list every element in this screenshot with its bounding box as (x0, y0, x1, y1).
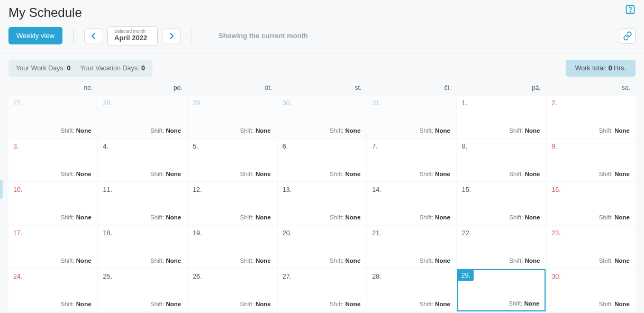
day-number: 27. (283, 273, 292, 280)
calendar-cell[interactable]: 12.Shift: None (188, 182, 277, 225)
day-number: 22. (462, 229, 471, 237)
day-number: 3. (13, 143, 19, 150)
chevron-left-icon (91, 33, 96, 39)
calendar-cell[interactable]: 28.Shift: None (98, 96, 187, 138)
day-number: 23. (551, 229, 560, 237)
shift-text: Shift: None (420, 257, 450, 264)
calendar-cell[interactable]: 10.Shift: None (8, 182, 97, 225)
side-drag-handle[interactable] (0, 180, 3, 199)
shift-text: Shift: None (599, 127, 630, 134)
calendar-cell[interactable]: 21.Shift: None (367, 226, 456, 268)
calendar-cell[interactable]: 15.Shift: None (457, 182, 546, 225)
calendar-cell[interactable]: 31.Shift: None (367, 96, 456, 138)
day-header: so. (546, 83, 636, 95)
day-number: 29. (193, 99, 202, 107)
day-number: 28. (103, 99, 112, 107)
shift-text: Shift: None (60, 214, 91, 220)
day-header: ne. (8, 83, 98, 95)
calendar-cell[interactable]: 1.Shift: None (457, 96, 546, 138)
day-number: 30. (283, 99, 292, 107)
calendar-cell[interactable]: 8.Shift: None (457, 139, 546, 181)
work-total-label: Work total: (575, 65, 607, 72)
chevron-right-icon (169, 33, 174, 39)
shift-text: Shift: None (240, 257, 271, 264)
calendar-cell[interactable]: 28.Shift: None (367, 269, 456, 311)
calendar-cell[interactable]: 7.Shift: None (367, 139, 456, 181)
calendar-cell[interactable]: 3.Shift: None (8, 139, 97, 181)
day-number: 21. (372, 229, 381, 237)
selected-month-value: April 2022 (114, 34, 150, 42)
calendar-cell[interactable]: 29.Shift: None (457, 269, 546, 311)
next-month-button[interactable] (162, 29, 181, 43)
day-number: 6. (283, 143, 288, 150)
calendar-cell[interactable]: 4.Shift: None (98, 139, 187, 181)
selected-month-box[interactable]: Selected month April 2022 (107, 26, 158, 45)
calendar-cell[interactable]: 24.Shift: None (8, 269, 97, 311)
svg-point-1 (630, 12, 630, 12)
day-number: 20. (283, 229, 292, 237)
calendar-cell[interactable]: 26.Shift: None (188, 269, 277, 311)
shift-text: Shift: None (509, 171, 540, 177)
showing-month-text: Showing the current month (219, 32, 308, 40)
day-number: 13. (283, 186, 292, 194)
calendar-cell[interactable]: 11.Shift: None (98, 182, 187, 225)
selected-month-label: Selected month (114, 29, 150, 34)
day-number: 15. (462, 186, 471, 194)
calendar-cell[interactable]: 19.Shift: None (188, 226, 277, 268)
shift-text: Shift: None (240, 214, 271, 220)
calendar-cell[interactable]: 13.Shift: None (278, 182, 367, 225)
shift-text: Shift: None (60, 301, 91, 307)
calendar-cell[interactable]: 20.Shift: None (278, 226, 367, 268)
calendar-cell[interactable]: 30.Shift: None (278, 96, 367, 138)
day-number: 28. (372, 273, 381, 280)
weekly-view-button[interactable]: Weekly view (8, 27, 62, 44)
work-days-value: 0 (67, 65, 71, 72)
share-link-button[interactable] (620, 28, 636, 44)
day-number: 10. (13, 186, 22, 194)
day-number: 25. (103, 273, 112, 280)
work-total-value: 0 (609, 65, 612, 72)
day-header: pá. (456, 83, 546, 95)
calendar-cell[interactable]: 16.Shift: None (547, 182, 636, 225)
shift-text: Shift: None (60, 171, 91, 177)
day-header: út. (188, 83, 277, 95)
calendar-cell[interactable]: 30.Shift: None (547, 269, 636, 311)
shift-text: Shift: None (330, 257, 360, 264)
shift-text: Shift: None (599, 301, 630, 307)
shift-text: Shift: None (330, 301, 360, 307)
day-number: 12. (193, 186, 202, 194)
calendar-cell[interactable]: 27.Shift: None (278, 269, 367, 311)
calendar-cell[interactable]: 14.Shift: None (367, 182, 456, 225)
day-number: 27. (13, 99, 22, 107)
calendar-cell[interactable]: 2.Shift: None (547, 96, 636, 138)
shift-text: Shift: None (150, 257, 181, 264)
help-icon[interactable] (623, 2, 638, 20)
shift-text: Shift: None (240, 127, 271, 134)
day-number: 19. (193, 229, 202, 237)
calendar-cell[interactable]: 6.Shift: None (278, 139, 367, 181)
day-number: 2. (551, 99, 557, 107)
day-number: 11. (103, 186, 112, 194)
calendar-cell[interactable]: 22.Shift: None (457, 226, 546, 268)
calendar-cell[interactable]: 18.Shift: None (98, 226, 187, 268)
prev-month-button[interactable] (84, 29, 103, 43)
day-number: 5. (193, 143, 198, 150)
calendar-cell[interactable]: 27.Shift: None (8, 96, 97, 138)
calendar-cell[interactable]: 23.Shift: None (547, 226, 636, 268)
shift-text: Shift: None (599, 171, 630, 177)
toolbar-divider (73, 29, 74, 43)
day-number: 24. (13, 273, 22, 280)
day-number: 18. (103, 229, 112, 237)
calendar-cell[interactable]: 9.Shift: None (547, 139, 636, 181)
work-total-unit: Hrs. (614, 65, 626, 72)
calendar-grid: 27.Shift: None28.Shift: None29.Shift: No… (8, 96, 636, 311)
calendar-cell[interactable]: 25.Shift: None (98, 269, 187, 311)
calendar-cell[interactable]: 29.Shift: None (188, 96, 277, 138)
calendar-cell[interactable]: 5.Shift: None (188, 139, 277, 181)
day-number: 31. (372, 99, 381, 107)
shift-text: Shift: None (60, 257, 91, 264)
toolbar-divider-2 (192, 29, 192, 43)
calendar-cell[interactable]: 17.Shift: None (8, 226, 97, 268)
shift-text: Shift: None (509, 127, 540, 134)
day-number: 30. (551, 273, 560, 280)
